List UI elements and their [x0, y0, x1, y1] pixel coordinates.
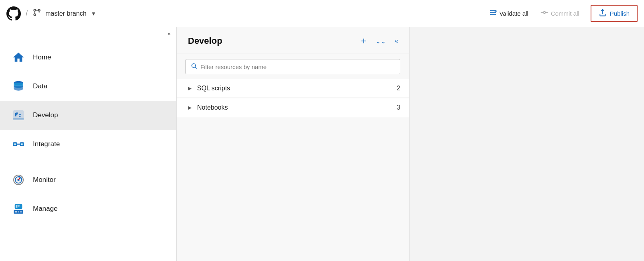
- list-item[interactable]: ▶ SQL scripts 2: [177, 79, 409, 98]
- svg-rect-32: [18, 211, 19, 212]
- svg-rect-33: [20, 211, 22, 212]
- sidebar-collapse-button[interactable]: «: [162, 27, 176, 40]
- top-bar: / master branch ▾ Validate all: [0, 0, 644, 27]
- svg-point-22: [21, 143, 23, 145]
- sidebar-divider: [10, 162, 167, 162]
- develop-icon: [11, 108, 26, 122]
- commit-all-icon: [540, 8, 548, 18]
- sidebar: « Home Da: [0, 27, 177, 261]
- sidebar-item-home[interactable]: Home: [0, 43, 176, 72]
- sidebar-item-data[interactable]: Data: [0, 72, 176, 101]
- home-icon: [11, 50, 26, 65]
- develop-expand-button[interactable]: ⌄⌄: [373, 37, 388, 46]
- svg-point-34: [192, 64, 196, 67]
- publish-icon: [599, 9, 607, 18]
- manage-label: Manage: [33, 205, 57, 213]
- sql-scripts-chevron: ▶: [188, 86, 192, 91]
- commit-all-button[interactable]: Commit all: [536, 6, 583, 21]
- search-container: [177, 53, 409, 77]
- develop-panel-header: Develop + ⌄⌄ «: [177, 27, 409, 53]
- develop-panel: Develop + ⌄⌄ « ▶ SQL: [177, 27, 410, 261]
- svg-rect-17: [13, 118, 24, 120]
- sidebar-item-monitor[interactable]: Monitor: [0, 165, 176, 194]
- home-label: Home: [33, 53, 51, 61]
- svg-rect-29: [16, 205, 17, 208]
- svg-line-35: [195, 67, 197, 69]
- commit-all-label: Commit all: [551, 10, 579, 17]
- resource-list: ▶ SQL scripts 2 ▶ Notebooks 3: [177, 77, 409, 119]
- list-item[interactable]: ▶ Notebooks 3: [177, 98, 409, 117]
- develop-collapse-button[interactable]: «: [393, 37, 400, 45]
- svg-point-2: [34, 14, 36, 16]
- github-icon: [6, 6, 21, 21]
- branch-label: master branch: [45, 10, 86, 17]
- notebooks-chevron: ▶: [188, 105, 192, 110]
- data-label: Data: [33, 82, 47, 90]
- integrate-icon: [11, 137, 26, 151]
- sidebar-nav: Home Data: [0, 40, 176, 261]
- integrate-label: Integrate: [33, 140, 60, 148]
- main-area: « Home Da: [0, 27, 644, 261]
- svg-point-6: [543, 12, 545, 14]
- sidebar-item-manage[interactable]: Manage: [0, 194, 176, 223]
- notebooks-name: Notebooks: [197, 104, 397, 111]
- publish-button[interactable]: Publish: [591, 5, 638, 22]
- sidebar-item-develop[interactable]: Develop: [0, 101, 176, 130]
- sql-scripts-name: SQL scripts: [197, 85, 397, 92]
- develop-panel-title: Develop: [188, 36, 359, 46]
- svg-rect-30: [18, 205, 20, 207]
- search-icon: [191, 63, 197, 71]
- svg-rect-31: [15, 211, 17, 212]
- validate-all-label: Validate all: [499, 10, 528, 17]
- develop-header-actions: + ⌄⌄ «: [359, 35, 400, 47]
- sql-scripts-count: 2: [397, 85, 400, 92]
- monitor-icon: [11, 173, 26, 187]
- publish-label: Publish: [610, 10, 630, 17]
- content-area: [410, 27, 644, 261]
- svg-point-21: [14, 143, 16, 145]
- develop-label: Develop: [33, 111, 58, 119]
- search-box: [185, 59, 400, 74]
- manage-icon: [11, 202, 26, 216]
- path-separator: /: [26, 9, 28, 18]
- svg-rect-11: [14, 110, 23, 119]
- notebooks-count: 3: [397, 104, 400, 111]
- branch-icon: [33, 8, 41, 19]
- branch-dropdown-arrow[interactable]: ▾: [92, 10, 95, 17]
- data-icon: [11, 79, 26, 94]
- validate-all-icon: [489, 8, 497, 18]
- search-input[interactable]: [200, 63, 395, 70]
- validate-all-button[interactable]: Validate all: [485, 6, 532, 21]
- sidebar-item-integrate[interactable]: Integrate: [0, 130, 176, 159]
- develop-add-button[interactable]: +: [359, 35, 369, 47]
- svg-point-0: [34, 9, 36, 11]
- monitor-label: Monitor: [33, 176, 56, 184]
